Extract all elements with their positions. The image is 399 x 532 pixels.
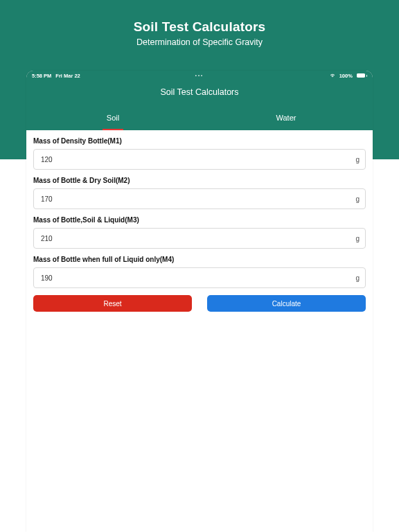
status-date: Fri Mar 22 [55, 73, 80, 79]
field-m1-input-wrap[interactable]: g [33, 149, 366, 170]
field-m2-input[interactable] [41, 195, 347, 203]
field-m1-unit: g [355, 156, 360, 163]
field-m3-unit: g [355, 235, 360, 242]
page-title: Soil Test Calculators [0, 19, 399, 35]
form: Mass of Density Bottle(M1) g Mass of Bot… [26, 130, 373, 314]
field-m3: Mass of Bottle,Soil & Liquid(M3) g [33, 216, 366, 249]
field-m1-label: Mass of Density Bottle(M1) [33, 137, 366, 145]
status-bar: 5:58 PM Fri Mar 22 ••• 100% [26, 71, 373, 80]
tab-water[interactable]: Water [200, 107, 373, 130]
tab-water-label: Water [276, 114, 296, 122]
tab-bar: Soil Water [26, 107, 373, 130]
page-subtitle: Determination of Specific Gravity [0, 37, 399, 47]
status-dots: ••• [195, 73, 204, 78]
field-m2: Mass of Bottle & Dry Soil(M2) g [33, 177, 366, 209]
app-title: Soil Test Calculators [26, 80, 373, 107]
calculate-button[interactable]: Calculate [207, 295, 366, 312]
field-m4-label: Mass of Bottle when full of Liquid only(… [33, 256, 366, 263]
status-time: 5:58 PM [32, 73, 51, 79]
field-m3-input[interactable] [41, 235, 347, 242]
page-header: Soil Test Calculators Determination of S… [0, 0, 399, 47]
battery-icon [357, 73, 367, 78]
field-m3-input-wrap[interactable]: g [33, 228, 366, 249]
app-header: Soil Test Calculators Soil Water [26, 80, 373, 130]
tab-soil[interactable]: Soil [26, 107, 200, 130]
field-m4-input-wrap[interactable]: g [33, 267, 366, 288]
reset-button[interactable]: Reset [33, 295, 192, 312]
field-m1: Mass of Density Bottle(M1) g [33, 137, 366, 170]
field-m4-input[interactable] [41, 274, 347, 282]
field-m2-label: Mass of Bottle & Dry Soil(M2) [33, 177, 366, 184]
field-m2-input-wrap[interactable]: g [33, 188, 366, 209]
wifi-icon [330, 73, 335, 78]
field-m3-label: Mass of Bottle,Soil & Liquid(M3) [33, 216, 366, 224]
device-frame: 5:58 PM Fri Mar 22 ••• 100% Soil Test Ca… [26, 71, 373, 532]
field-m2-unit: g [355, 195, 360, 203]
field-m1-input[interactable] [41, 156, 347, 163]
field-m4: Mass of Bottle when full of Liquid only(… [33, 256, 366, 288]
field-m4-unit: g [355, 274, 360, 282]
tab-soil-label: Soil [107, 114, 119, 122]
battery-percent: 100% [339, 73, 353, 79]
